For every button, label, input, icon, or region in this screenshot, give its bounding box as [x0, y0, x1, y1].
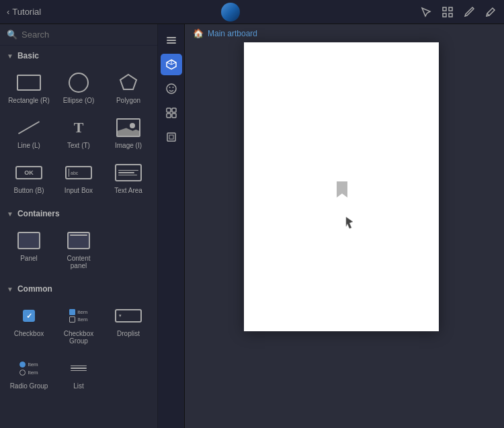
- component-checkbox[interactable]: Checkbox: [5, 299, 52, 349]
- svg-rect-15: [167, 133, 175, 141]
- components-tool[interactable]: [161, 54, 182, 75]
- component-list[interactable]: List: [55, 351, 102, 394]
- component-checkboxgroup[interactable]: item Item Checkbox Group: [55, 299, 102, 349]
- middle-toolbar: [158, 24, 185, 428]
- component-ellipse[interactable]: Ellipse (O): [55, 66, 102, 108]
- component-button[interactable]: OK Button (B): [5, 156, 52, 198]
- component-textarea[interactable]: Text Area: [105, 156, 152, 198]
- chevron-down-icon-2: ▼: [7, 210, 13, 218]
- chevron-down-icon-3: ▼: [7, 286, 13, 293]
- droplist-label: Droplist: [117, 330, 140, 337]
- artboard[interactable]: [244, 42, 439, 331]
- main-layout: 🔍 ▼ Basic Rectangle (R) Ellipse (O): [0, 24, 504, 428]
- svg-point-10: [172, 87, 173, 88]
- checkboxgroup-label: Checkbox Group: [58, 330, 99, 345]
- line-icon: [14, 116, 44, 139]
- canvas-area: 🏠 Main artboard: [185, 24, 504, 428]
- artboard-label-text: Main artboard: [208, 29, 257, 38]
- left-panel: 🔍 ▼ Basic Rectangle (R) Ellipse (O): [0, 24, 158, 428]
- stacks-tool[interactable]: [161, 102, 182, 124]
- component-droplist[interactable]: ▾ Droplist: [105, 299, 152, 349]
- svg-rect-14: [172, 114, 176, 118]
- back-button[interactable]: ‹ Tutorial: [7, 7, 41, 17]
- canvas-content[interactable]: [185, 42, 504, 428]
- topbar: ‹ Tutorial: [0, 0, 504, 24]
- svg-rect-12: [172, 108, 176, 112]
- back-label: Tutorial: [12, 7, 41, 17]
- textarea-icon: [114, 161, 143, 184]
- cursor-indicator: [345, 216, 354, 232]
- app-logo: [221, 3, 240, 22]
- ellipse-label: Ellipse (O): [63, 97, 95, 104]
- panel-icon: [14, 229, 44, 252]
- svg-point-9: [169, 87, 170, 88]
- component-contentpanel[interactable]: Content panel: [55, 224, 102, 273]
- topbar-icons: [419, 5, 497, 19]
- chevron-down-icon: ▼: [7, 52, 13, 60]
- list-icon: [64, 357, 93, 380]
- checkbox-label: Checkbox: [14, 330, 44, 337]
- frame-tool[interactable]: [161, 126, 182, 148]
- svg-point-8: [167, 84, 176, 93]
- section-common-header[interactable]: ▼ Common: [0, 279, 157, 296]
- button-component-icon: OK: [14, 161, 44, 184]
- svg-rect-16: [169, 135, 173, 139]
- radiogroup-label: Radio Group: [10, 382, 48, 390]
- ellipse-icon: [64, 71, 93, 94]
- section-containers-header[interactable]: ▼ Containers: [0, 204, 157, 221]
- droplist-icon: ▾: [114, 304, 143, 327]
- search-input[interactable]: [22, 30, 151, 40]
- layers-tool[interactable]: [161, 30, 182, 51]
- component-line[interactable]: Line (L): [5, 111, 52, 153]
- svg-rect-7: [167, 42, 176, 44]
- frame-tool-icon[interactable]: [441, 5, 454, 19]
- component-polygon[interactable]: Polygon: [105, 66, 152, 108]
- basic-components-grid: Rectangle (R) Ellipse (O) Polygon: [0, 63, 157, 204]
- topbar-center: [46, 3, 414, 22]
- inputbox-icon: abc: [64, 161, 93, 184]
- rectangle-label: Rectangle (R): [8, 97, 50, 104]
- component-panel[interactable]: Panel: [5, 224, 52, 273]
- contentpanel-icon: [64, 229, 93, 252]
- section-basic-header[interactable]: ▼ Basic: [0, 46, 157, 63]
- artboard-icon: 🏠: [193, 28, 204, 38]
- svg-rect-11: [167, 108, 171, 112]
- button-label: Button (B): [13, 187, 44, 194]
- svg-rect-13: [167, 114, 171, 118]
- component-inputbox[interactable]: abc Input Box: [55, 156, 102, 198]
- image-label: Image (I): [115, 142, 142, 149]
- component-image[interactable]: Image (I): [105, 111, 152, 153]
- svg-rect-1: [449, 7, 452, 11]
- cursor-tool-icon[interactable]: [419, 5, 433, 19]
- component-radiogroup[interactable]: Item Item Radio Group: [5, 351, 52, 394]
- line-label: Line (L): [17, 142, 40, 149]
- svg-rect-2: [443, 13, 446, 17]
- back-arrow-icon: ‹: [7, 7, 9, 17]
- text-icon: T: [64, 116, 93, 139]
- image-icon: [114, 116, 143, 139]
- polygon-icon: [114, 71, 143, 94]
- component-text[interactable]: T Text (T): [55, 111, 102, 153]
- pen-tool-icon[interactable]: [462, 5, 476, 19]
- pencil-tool-icon[interactable]: [484, 5, 497, 19]
- bookmark-icon: [335, 180, 349, 202]
- common-components-grid: Checkbox item Item Ch: [0, 296, 157, 399]
- section-common-label: Common: [17, 284, 52, 294]
- textarea-label: Text Area: [114, 187, 142, 194]
- search-icon: 🔍: [7, 30, 17, 40]
- svg-rect-5: [167, 37, 176, 38]
- text-label: Text (T): [67, 142, 90, 149]
- checkbox-icon: [14, 304, 44, 327]
- svg-rect-0: [443, 7, 446, 11]
- svg-rect-6: [167, 40, 176, 41]
- section-basic-label: Basic: [17, 51, 39, 60]
- radiogroup-icon: Item Item: [14, 357, 44, 380]
- svg-marker-4: [120, 75, 136, 89]
- checkboxgroup-icon: item Item: [64, 304, 93, 327]
- containers-components-grid: Panel Content panel: [0, 221, 157, 279]
- svg-rect-3: [449, 13, 452, 17]
- list-label: List: [73, 382, 84, 390]
- component-rectangle[interactable]: Rectangle (R): [5, 66, 52, 108]
- emoji-tool[interactable]: [161, 78, 182, 99]
- panel-label: Panel: [20, 255, 38, 262]
